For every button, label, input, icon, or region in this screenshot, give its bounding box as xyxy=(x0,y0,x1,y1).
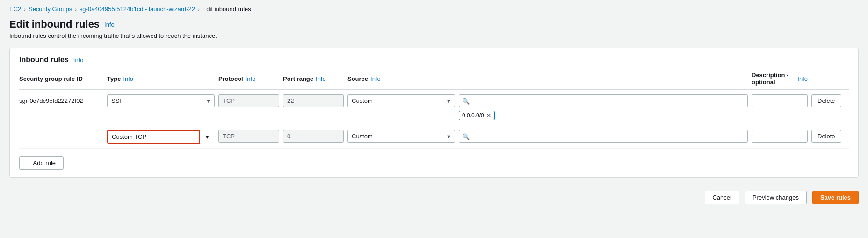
breadcrumb-sep-3: › xyxy=(198,7,200,12)
col-type-info[interactable]: Info xyxy=(123,75,133,82)
col-desc-info[interactable]: Info xyxy=(797,75,808,82)
protocol-input-2 xyxy=(218,130,279,143)
source-select-2[interactable]: Custom Anywhere - IPv4 Anywhere - IPv6 M… xyxy=(347,130,455,143)
cancel-button[interactable]: Cancel xyxy=(705,191,738,204)
breadcrumb-security-groups[interactable]: Security Groups xyxy=(29,6,72,13)
protocol-input-1 xyxy=(218,94,279,107)
type-select-1[interactable]: SSH Custom TCP Custom UDP HTTP HTTPS All… xyxy=(107,94,215,107)
col-protocol: Protocol Info xyxy=(218,75,279,82)
add-rule-button[interactable]: + Add rule xyxy=(19,156,64,170)
source-search-icon-2: 🔍 xyxy=(462,133,470,140)
breadcrumb-ec2[interactable]: EC2 xyxy=(9,6,21,13)
page-info-link[interactable]: Info xyxy=(104,21,115,28)
breadcrumb: EC2 › Security Groups › sg-0a404955f5124… xyxy=(0,0,868,16)
tag-value-1: 0.0.0.0/0 xyxy=(462,112,484,119)
port-input-1 xyxy=(283,94,344,107)
page-header: Edit inbound rules Info Inbound rules co… xyxy=(0,16,868,42)
col-port-info[interactable]: Info xyxy=(316,75,326,82)
source-select-wrapper-1: Custom Anywhere - IPv4 Anywhere - IPv6 M… xyxy=(347,94,455,107)
col-protocol-info[interactable]: Info xyxy=(246,75,256,82)
inbound-rules-card: Inbound rules Info Security group rule I… xyxy=(9,48,859,178)
type-select-wrapper-2: Custom TCP Custom UDP SSH HTTP HTTPS All… xyxy=(107,130,215,144)
col-description: Description - optional Info xyxy=(752,72,808,86)
delete-col-2: Delete xyxy=(811,130,849,143)
source-select-1[interactable]: Custom Anywhere - IPv4 Anywhere - IPv6 M… xyxy=(347,94,455,107)
source-select-row-1: Custom Anywhere - IPv4 Anywhere - IPv6 M… xyxy=(347,94,455,107)
type-dropdown-arrow-2: ▼ xyxy=(205,134,210,140)
source-search-icon-1: 🔍 xyxy=(462,97,470,104)
tag-remove-1[interactable]: ✕ xyxy=(486,112,492,119)
rule-id-1: sgr-0c7dc9efd22272f02 xyxy=(19,94,103,104)
card-header: Inbound rules Info xyxy=(19,56,849,64)
main-content: Inbound rules Info Security group rule I… xyxy=(0,42,868,185)
breadcrumb-sep-1: › xyxy=(24,7,26,12)
source-search-wrapper-1: 🔍 xyxy=(459,94,748,107)
port-field-2 xyxy=(283,130,344,143)
add-rule-section: + Add rule xyxy=(19,149,849,170)
source-search-col-2: 🔍 xyxy=(459,130,748,143)
preview-changes-button[interactable]: Preview changes xyxy=(745,191,807,204)
breadcrumb-current: Edit inbound rules xyxy=(203,6,251,13)
save-rules-button[interactable]: Save rules xyxy=(812,191,859,204)
table-header: Security group rule ID Type Info Protoco… xyxy=(19,72,849,90)
card-title: Inbound rules xyxy=(19,56,69,64)
col-port-range: Port range Info xyxy=(283,75,344,82)
tag-row-1: 0.0.0.0/0 ✕ xyxy=(459,111,748,120)
card-info-link[interactable]: Info xyxy=(73,57,84,64)
page-title-text: Edit inbound rules xyxy=(9,18,100,30)
description-col-2 xyxy=(752,130,808,143)
description-input-1[interactable] xyxy=(752,94,808,107)
description-input-2[interactable] xyxy=(752,130,808,143)
table-row: - Custom TCP Custom UDP SSH HTTP HTTPS A… xyxy=(19,125,849,149)
port-input-2 xyxy=(283,130,344,143)
type-dropdown-btn-2[interactable]: ▼ xyxy=(199,130,215,144)
protocol-field-2 xyxy=(218,130,279,143)
delete-col-1: Delete xyxy=(811,94,849,107)
breadcrumb-sep-2: › xyxy=(75,7,77,12)
source-search-wrapper-2: 🔍 xyxy=(459,130,748,143)
source-select-wrapper-2: Custom Anywhere - IPv4 Anywhere - IPv6 M… xyxy=(347,130,455,143)
source-search-input-2[interactable] xyxy=(459,130,748,143)
footer: Cancel Preview changes Save rules xyxy=(0,185,868,210)
col-source-info[interactable]: Info xyxy=(370,75,381,82)
source-search-col-1: 🔍 0.0.0.0/0 ✕ xyxy=(459,94,748,120)
breadcrumb-sg-id[interactable]: sg-0a404955f5124b1cd - launch-wizard-22 xyxy=(80,6,195,13)
add-rule-plus-icon: + xyxy=(27,159,31,166)
col-type: Type Info xyxy=(107,75,215,82)
port-field-1 xyxy=(283,94,344,107)
source-search-input-1[interactable] xyxy=(459,94,748,107)
source-col-2: Custom Anywhere - IPv4 Anywhere - IPv6 M… xyxy=(347,130,455,143)
source-select-row-2: Custom Anywhere - IPv4 Anywhere - IPv6 M… xyxy=(347,130,455,143)
delete-button-1[interactable]: Delete xyxy=(811,94,841,107)
rule-id-2: - xyxy=(19,130,103,140)
source-col-1: Custom Anywhere - IPv4 Anywhere - IPv6 M… xyxy=(347,94,455,107)
type-select-wrapper-1: SSH Custom TCP Custom UDP HTTP HTTPS All… xyxy=(107,94,215,107)
delete-button-2[interactable]: Delete xyxy=(811,130,841,143)
page-description: Inbound rules control the incoming traff… xyxy=(9,32,859,39)
description-col-1 xyxy=(752,94,808,107)
col-rule-id: Security group rule ID xyxy=(19,75,103,82)
source-tag-1: 0.0.0.0/0 ✕ xyxy=(459,111,495,120)
table-row: sgr-0c7dc9efd22272f02 SSH Custom TCP Cus… xyxy=(19,90,849,125)
col-source: Source Info xyxy=(347,75,455,82)
protocol-field-1 xyxy=(218,94,279,107)
add-rule-label: Add rule xyxy=(33,159,56,166)
